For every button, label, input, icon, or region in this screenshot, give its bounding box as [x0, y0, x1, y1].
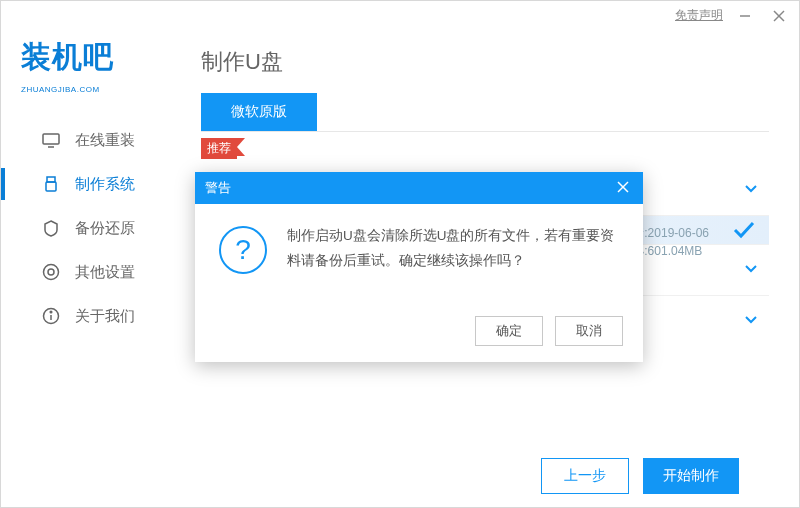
- svg-point-11: [50, 311, 52, 313]
- disclaimer-link[interactable]: 免责声明: [675, 7, 723, 24]
- chevron-down-icon: [743, 180, 759, 200]
- svg-point-8: [44, 265, 59, 280]
- backup-icon: [41, 218, 61, 238]
- dialog-cancel-button[interactable]: 取消: [555, 316, 623, 346]
- gear-icon: [41, 262, 61, 282]
- page-title: 制作U盘: [171, 29, 769, 93]
- prev-button[interactable]: 上一步: [541, 458, 629, 494]
- app-window: 免责声明 装机吧 ZHUANGJIBA.COM 在线重装: [0, 0, 800, 508]
- svg-point-7: [48, 269, 54, 275]
- question-icon: ?: [219, 226, 267, 274]
- sidebar-item-make-system[interactable]: 制作系统: [1, 164, 171, 204]
- sidebar: 装机吧 ZHUANGJIBA.COM 在线重装 制作系统 备份还原: [1, 29, 171, 507]
- usb-icon: [41, 174, 61, 194]
- svg-rect-3: [43, 134, 59, 144]
- svg-rect-6: [46, 182, 56, 191]
- close-button[interactable]: [767, 8, 791, 22]
- dialog-ok-button[interactable]: 确定: [475, 316, 543, 346]
- sidebar-item-online-reinstall[interactable]: 在线重装: [1, 120, 171, 160]
- dialog-body: ? 制作启动U盘会清除所选U盘的所有文件，若有重要资料请备份后重试。确定继续该操…: [195, 204, 643, 306]
- tab-row: 微软原版: [171, 93, 769, 131]
- logo-subtext: ZHUANGJIBA.COM: [21, 85, 100, 94]
- recommend-badge: 推荐: [201, 138, 237, 159]
- dialog-message: 制作启动U盘会清除所选U盘的所有文件，若有重要资料请备份后重试。确定继续该操作吗…: [287, 224, 619, 306]
- dialog-actions: 确定 取消: [195, 306, 643, 362]
- titlebar: 免责声明: [1, 1, 799, 29]
- dialog-close-button[interactable]: [613, 181, 633, 196]
- chevron-down-icon: [743, 311, 759, 331]
- check-icon: [731, 216, 757, 244]
- tab-microsoft-original[interactable]: 微软原版: [201, 93, 317, 131]
- logo-text: 装机吧: [21, 37, 114, 78]
- sidebar-item-backup-restore[interactable]: 备份还原: [1, 208, 171, 248]
- footer: 上一步 开始制作: [171, 445, 769, 507]
- sidebar-item-about[interactable]: 关于我们: [1, 296, 171, 336]
- info-icon: [41, 306, 61, 326]
- warning-dialog: 警告 ? 制作启动U盘会清除所选U盘的所有文件，若有重要资料请备份后重试。确定继…: [195, 172, 643, 362]
- sidebar-item-label: 其他设置: [75, 263, 135, 282]
- dialog-title: 警告: [205, 179, 231, 197]
- sidebar-item-label: 制作系统: [75, 175, 135, 194]
- sidebar-item-label: 在线重装: [75, 131, 135, 150]
- dialog-header: 警告: [195, 172, 643, 204]
- logo: 装机吧 ZHUANGJIBA.COM: [1, 29, 171, 116]
- sidebar-item-other-settings[interactable]: 其他设置: [1, 252, 171, 292]
- chevron-down-icon: [743, 260, 759, 280]
- monitor-icon: [41, 130, 61, 150]
- sidebar-item-label: 备份还原: [75, 219, 135, 238]
- sidebar-item-label: 关于我们: [75, 307, 135, 326]
- start-make-button[interactable]: 开始制作: [643, 458, 739, 494]
- minimize-button[interactable]: [733, 8, 757, 22]
